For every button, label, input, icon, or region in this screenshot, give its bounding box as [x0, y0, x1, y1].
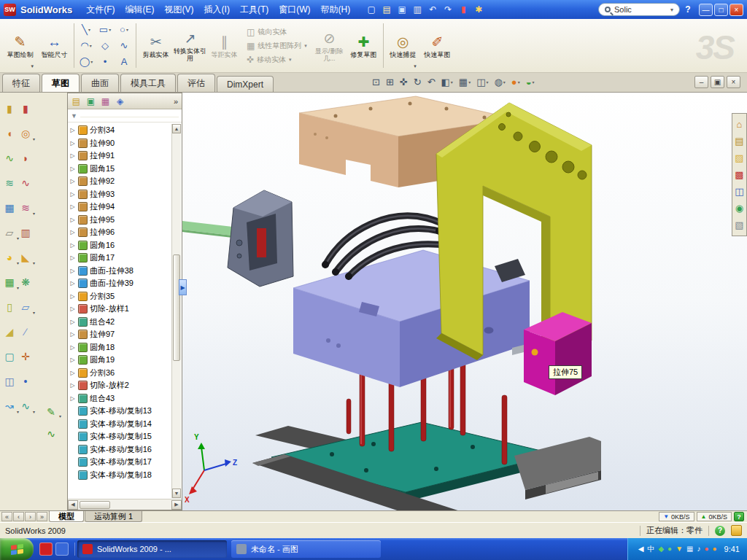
edit-mode-icon[interactable] [731, 525, 742, 536]
apply-scene-icon[interactable]: ◒▾ [524, 75, 537, 89]
start-button[interactable] [0, 538, 34, 560]
search-caret-icon[interactable]: ▾ [670, 7, 673, 13]
scroll-left-icon[interactable]: ◀ [68, 500, 78, 510]
maximize-button[interactable]: □ [714, 4, 728, 16]
expand-arrow-icon[interactable]: ▷ [69, 319, 76, 325]
revolved-boss-icon[interactable]: ◖ [1, 121, 18, 146]
tree-horizontal-scrollbar[interactable]: ◀ ▶ [68, 499, 182, 510]
tree-item[interactable]: ▷ 拉伸93 [69, 188, 171, 201]
menu-item-3[interactable]: 插入(I) [199, 1, 235, 18]
model-core-block[interactable] [293, 250, 533, 387]
tray-network-icon[interactable]: ▦ [686, 545, 693, 553]
tree-item[interactable]: ▷ 拉伸96 [69, 226, 171, 239]
circle-tool-icon[interactable]: ○▾ [115, 22, 133, 38]
pan-icon[interactable]: ✜ [398, 75, 410, 89]
move-entities-button[interactable]: ✜ 移动实体▾ [244, 54, 309, 66]
expand-arrow-icon[interactable]: ▷ [69, 344, 76, 351]
tree-flyout-arrow[interactable]: ▶ [179, 279, 187, 295]
reference-point-icon[interactable]: • [18, 369, 34, 394]
file-explorer-icon[interactable]: ▨ [732, 149, 746, 166]
shell-icon[interactable]: ▢ [1, 344, 18, 369]
tab-nav-2[interactable]: › [25, 512, 36, 521]
design-library-icon[interactable]: ▤ [732, 133, 746, 149]
zoom-fit-icon[interactable]: ⊡ [370, 75, 382, 89]
tab-nav-3[interactable]: » [36, 512, 47, 521]
hscroll-thumb[interactable] [80, 501, 110, 509]
tree-item[interactable]: 实体-移动/复制16 [69, 443, 171, 456]
tree-vertical-scrollbar[interactable]: ▲ ▼ [171, 124, 181, 498]
menu-item-6[interactable]: 帮助(H) [316, 1, 356, 18]
minimize-button[interactable]: — [699, 4, 713, 16]
toolbox-icon[interactable]: ▩ [732, 166, 746, 183]
expand-arrow-icon[interactable]: ▷ [69, 331, 76, 338]
convert-entities-button[interactable]: ↗ 转换实体引用 [173, 21, 207, 70]
tree-filter-row[interactable]: ▼ [68, 109, 182, 122]
viewport-canvas[interactable]: Y X Z [182, 93, 747, 510]
doc-minimize-button[interactable]: – [694, 76, 708, 88]
tray-antivirus-icon[interactable]: ◆ [658, 545, 664, 553]
tree-item[interactable]: ▷ 圆角19 [69, 354, 171, 367]
tree-item[interactable]: ▷ 拉伸95 [69, 214, 171, 227]
doc-restore-button[interactable]: ▣ [711, 76, 724, 88]
tree-item[interactable]: 实体-移动/复制14 [69, 418, 171, 431]
tree-item[interactable]: ▷ 组合42 [69, 316, 171, 329]
extruded-boss-icon[interactable]: ▮ [1, 96, 18, 121]
linear-pattern-icon[interactable]: ▦ ▾ [1, 270, 18, 295]
expand-arrow-icon[interactable]: ▷ [69, 140, 76, 147]
tree-item[interactable]: ▷ 拉伸97 [69, 328, 171, 341]
rectangle-tool-icon[interactable]: ▭▾ [96, 22, 115, 38]
task-button-paint[interactable]: 未命名 - 画图 [231, 540, 381, 558]
tree-item[interactable]: ▷ 曲面-拉伸39 [69, 277, 171, 290]
status-help-icon[interactable]: ? [715, 526, 725, 536]
offset-entities-button[interactable]: ∥ 等距实体 [207, 21, 241, 70]
text-tool-icon[interactable]: A [115, 54, 133, 70]
smart-dimension-button[interactable]: ↔ 智能尺寸 [37, 21, 71, 70]
expand-arrow-icon[interactable]: ▷ [69, 127, 76, 133]
undo-icon[interactable]: ↶ [425, 2, 440, 17]
reference-axis-icon[interactable]: ∕ [18, 319, 34, 344]
expand-arrow-icon[interactable]: ▷ [69, 191, 76, 198]
tree-item[interactable]: ▷ 切除-放样2 [69, 379, 171, 392]
expand-arrow-icon[interactable]: ▷ [69, 242, 76, 249]
propertymanager-tab-icon[interactable]: ▣ [84, 95, 98, 108]
sketch-button[interactable]: ✎ 草图绘制 ▾ [3, 21, 37, 70]
tree-item[interactable]: ▷ 分割34 [69, 124, 171, 137]
expand-arrow-icon[interactable]: ▷ [69, 370, 76, 376]
hole-wizard-icon[interactable]: ◎ ▾ [18, 121, 34, 146]
tab-nav-0[interactable]: « [1, 512, 12, 521]
previous-view-icon[interactable]: ↶ [425, 75, 438, 89]
quick-launch-internet-icon[interactable] [55, 542, 69, 556]
tree-header-chevron[interactable]: » [174, 97, 180, 106]
menu-item-2[interactable]: 视图(V) [160, 1, 199, 18]
tree-item[interactable]: ▷ 拉伸91 [69, 149, 171, 163]
repair-sketch-button[interactable]: ✚ 修复草图 [347, 21, 381, 70]
tab-DimXpert[interactable]: DimXpert [217, 76, 274, 92]
line-tool-icon[interactable]: ╲▾ [77, 22, 96, 38]
tray-update-icon[interactable]: ● [713, 545, 717, 553]
polygon-tool-icon[interactable]: ◇ [96, 38, 115, 54]
expand-arrow-icon[interactable]: ▷ [69, 293, 76, 300]
tray-hide-chevron[interactable]: ◀ [638, 545, 644, 553]
expand-arrow-icon[interactable]: ▷ [69, 382, 76, 389]
tree-item[interactable]: ▷ 拉伸90 [69, 137, 171, 150]
scroll-track[interactable] [172, 133, 181, 489]
reference-geometry-icon[interactable]: ▱ ▾ [1, 220, 18, 245]
featuremanager-tab-icon[interactable]: ▤ [69, 95, 83, 108]
lofted-boss-icon[interactable]: ≋ [1, 171, 18, 195]
custom-properties-icon[interactable]: ◉ [732, 200, 746, 217]
coordinate-system-icon[interactable]: ✛ [18, 344, 34, 369]
tree-item[interactable]: ▷ 分割36 [69, 367, 171, 380]
tree-item[interactable]: ▷ 圆角16 [69, 239, 171, 252]
menu-item-4[interactable]: 工具(T) [235, 1, 274, 18]
quick-snaps-button[interactable]: ◎ 快速捕捉 ▾ [386, 21, 420, 70]
tree-item[interactable]: ▷ 曲面-拉伸38 [69, 265, 171, 278]
solidworks-resources-icon[interactable]: ⌂ [732, 116, 746, 133]
tree-item[interactable]: ▷ 圆角17 [69, 252, 171, 265]
close-button[interactable]: × [729, 4, 743, 16]
quick-launch-solidworks-icon[interactable] [39, 542, 53, 556]
tree-item[interactable]: ▷ 组合43 [69, 392, 171, 405]
model-right-rail-blocks[interactable] [514, 437, 601, 499]
appearances-icon[interactable]: ◫ [732, 183, 746, 200]
expand-arrow-icon[interactable]: ▷ [69, 217, 76, 223]
scroll-thumb[interactable] [173, 254, 180, 361]
